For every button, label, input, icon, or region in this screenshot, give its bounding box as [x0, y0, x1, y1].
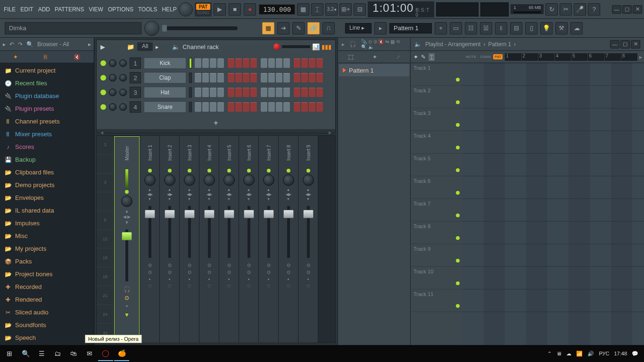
track-grid[interactable]: [462, 63, 644, 345]
track-lane[interactable]: [462, 199, 644, 222]
insert-arrow[interactable]: ▽: [247, 284, 251, 289]
insert-pan-knob[interactable]: [243, 174, 255, 186]
step-cell[interactable]: [235, 73, 242, 82]
insert-fader[interactable]: [287, 206, 290, 258]
step-cell[interactable]: [301, 73, 308, 82]
step-cell[interactable]: [276, 73, 282, 82]
wait-input-icon[interactable]: ⊞+: [339, 3, 352, 16]
pattern-mode-icon[interactable]: ▦: [297, 3, 309, 16]
insert-dot[interactable]: •: [307, 277, 309, 282]
step-cell[interactable]: [250, 58, 257, 68]
insert-fader[interactable]: [188, 206, 191, 258]
track-lane[interactable]: [462, 131, 644, 154]
track-mute-led[interactable]: [456, 191, 460, 195]
menu-add[interactable]: ADD: [38, 6, 50, 13]
step-cell[interactable]: [202, 102, 209, 112]
insert-fx-slot[interactable]: ⊙: [287, 263, 290, 268]
channel-filter[interactable]: All: [137, 42, 153, 51]
insert-fx-slot[interactable]: ⊙: [188, 263, 191, 268]
insert-mute-led[interactable]: [247, 169, 251, 173]
track-header[interactable]: Track 4: [411, 131, 462, 154]
stamp-tool-icon[interactable]: ⎍: [322, 22, 335, 34]
menu-help[interactable]: HELP: [162, 6, 176, 13]
insert-arrow[interactable]: ▽: [227, 284, 231, 289]
bar-marker[interactable]: 6: [587, 53, 604, 61]
channel-select[interactable]: [189, 102, 192, 112]
browser-expand-icon[interactable]: ▸: [88, 41, 91, 48]
browser-item[interactable]: 🎚Channel presets: [0, 115, 94, 128]
pl-min-button[interactable]: —: [610, 40, 619, 49]
channel-number[interactable]: 2: [130, 72, 141, 83]
step-cell[interactable]: [301, 58, 308, 68]
step-cell[interactable]: [210, 88, 216, 97]
step-cell[interactable]: [268, 73, 275, 82]
channel-pan-knob[interactable]: [109, 59, 116, 67]
picker-tab-link[interactable]: ⟋: [396, 54, 401, 60]
menu-view[interactable]: VIEW: [89, 6, 103, 13]
step-cell[interactable]: [283, 88, 290, 97]
track-mute-led[interactable]: [456, 281, 460, 285]
step-cell[interactable]: [261, 88, 267, 97]
insert-arrow[interactable]: ▽: [188, 284, 191, 289]
step-cell[interactable]: [202, 58, 209, 68]
step-cell[interactable]: [294, 58, 300, 68]
stereo-sep-lr[interactable]: ◀ ▶: [123, 214, 131, 219]
insert-fx-slot[interactable]: ⊙: [168, 270, 172, 275]
track-mute-led[interactable]: [456, 168, 460, 172]
browser-item[interactable]: 📦Packs: [0, 255, 94, 268]
master-pan-knob[interactable]: [121, 196, 132, 207]
step-cell[interactable]: [294, 73, 300, 82]
main-volume-knob[interactable]: [179, 2, 193, 16]
master-fx-icon[interactable]: ⊙: [124, 295, 129, 301]
browser-item[interactable]: 📂Misc: [0, 230, 94, 242]
view-browser-icon[interactable]: ⊟: [510, 22, 522, 34]
collapse-icon[interactable]: ▸: [3, 41, 6, 48]
insert-dot[interactable]: •: [169, 277, 171, 282]
bar-marker[interactable]: 7: [604, 53, 621, 61]
insert-mute-led[interactable]: [168, 169, 172, 173]
channel-select[interactable]: [189, 58, 192, 68]
view-stepseq-icon[interactable]: ☷: [465, 22, 477, 34]
insert-mute-led[interactable]: [287, 169, 290, 173]
cr-steps-icon[interactable]: ▮▮▮: [322, 43, 331, 50]
mixer-insert-track[interactable]: Insert 2 ▲◀▶▼ ⊙ ⊙ • ▽: [160, 136, 180, 343]
insert-pan-knob[interactable]: [303, 174, 314, 186]
task-view-icon[interactable]: ☰: [34, 346, 49, 361]
insert-dot[interactable]: •: [288, 277, 289, 282]
browser-item[interactable]: 📂Project bones: [0, 268, 94, 280]
track-header[interactable]: Track 10: [411, 267, 462, 289]
browser-item[interactable]: 📂IL shared data: [0, 204, 94, 217]
insert-mute-led[interactable]: [207, 169, 211, 173]
step-cell[interactable]: [268, 102, 275, 112]
browser-item[interactable]: ✚Rendered: [0, 293, 94, 306]
browser-item[interactable]: 📁Current project: [0, 64, 94, 77]
insert-pan-knob[interactable]: [283, 174, 294, 186]
browser-item[interactable]: ♪Scores: [0, 140, 94, 153]
track-lane[interactable]: [462, 154, 644, 176]
cr-swing-slider[interactable]: [282, 45, 310, 48]
insert-fx-slot[interactable]: ⊙: [207, 270, 211, 275]
pl-max-button[interactable]: ▢: [620, 40, 630, 49]
mixer-master-track[interactable]: Master ▲ ◀ ▶ ▼ 🎧 ⊙ • ▼: [114, 136, 140, 343]
step-cell[interactable]: [294, 102, 300, 112]
mini-tab-pat[interactable]: PAT: [493, 54, 503, 59]
insert-fx-slot[interactable]: ⊙: [207, 263, 211, 268]
insert-arrow[interactable]: ▽: [306, 284, 310, 289]
insert-mute-led[interactable]: [267, 169, 271, 173]
start-button[interactable]: ⊞: [2, 346, 17, 361]
channel-number[interactable]: 4: [130, 101, 141, 113]
insert-fx-slot[interactable]: ⊙: [287, 270, 290, 275]
mini-tab-chan[interactable]: CHAN: [479, 54, 492, 59]
cr-play-icon[interactable]: ▶: [100, 43, 105, 50]
arrow-tool-icon[interactable]: ➔: [277, 22, 289, 34]
insert-fx-slot[interactable]: ⊙: [148, 263, 152, 268]
tray-volume-icon[interactable]: 🔊: [587, 351, 594, 357]
stereo-sep-down[interactable]: ▼: [125, 220, 129, 225]
channel-pan-knob[interactable]: [109, 89, 116, 96]
step-cell[interactable]: [276, 88, 282, 97]
channel-vol-knob[interactable]: [119, 103, 127, 111]
mixer-insert-track[interactable]: Insert 5 ▲◀▶▼ ⊙ ⊙ • ▽: [219, 136, 239, 343]
cr-graph-icon[interactable]: 📊: [312, 43, 320, 50]
step-cell[interactable]: [217, 88, 224, 97]
insert-mute-led[interactable]: [306, 169, 310, 173]
